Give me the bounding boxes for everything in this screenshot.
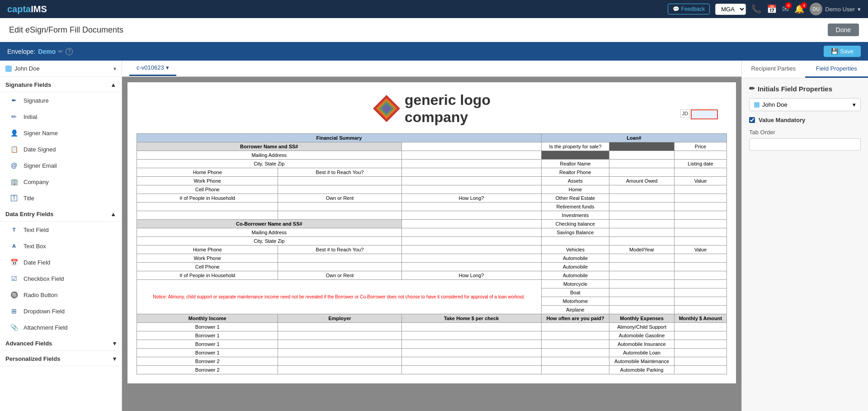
table-cell: City, State Zip bbox=[137, 236, 402, 245]
table-row: Automobile Gasoline bbox=[609, 331, 674, 340]
table-cell bbox=[674, 279, 726, 288]
table-cell: Co-Borrower Name and SS# bbox=[137, 219, 402, 228]
table-row bbox=[541, 340, 609, 348]
value-mandatory-checkbox[interactable] bbox=[749, 117, 755, 123]
user-menu-button[interactable]: DU Demo User ▾ bbox=[810, 3, 861, 15]
table-cell bbox=[674, 202, 726, 211]
field-label-date-field: Date Field bbox=[24, 259, 50, 266]
logo-line1: generic logo bbox=[405, 91, 491, 109]
table-cell: How Long? bbox=[401, 194, 541, 202]
sidebar-item-title[interactable]: 🅃 Title bbox=[0, 190, 122, 206]
sidebar-item-initial[interactable]: ✏ Initial bbox=[0, 109, 122, 125]
phone-icon[interactable]: 📞 bbox=[751, 4, 761, 14]
bell-icon[interactable]: 🔔 4 bbox=[794, 4, 804, 14]
table-cell: Work Phone bbox=[137, 254, 278, 262]
sidebar-item-date-field[interactable]: 📅 Date Field bbox=[0, 254, 122, 270]
tab-order-input[interactable] bbox=[749, 138, 861, 151]
user-color-dot bbox=[5, 66, 12, 72]
sidebar-item-signature[interactable]: ✒ Signature bbox=[0, 92, 122, 109]
table-row bbox=[401, 357, 541, 365]
table-cell: Value bbox=[674, 245, 726, 254]
document-tabs: c-v010623 ▾ bbox=[122, 61, 741, 77]
sidebar-user-row[interactable]: John Doe ▾ bbox=[0, 61, 122, 77]
help-icon[interactable]: ? bbox=[66, 48, 73, 55]
sidebar-item-company[interactable]: 🏢 Company bbox=[0, 174, 122, 190]
sidebar-item-radio-button[interactable]: 🔘 Radio Button bbox=[0, 287, 122, 303]
table-cell: Automobile bbox=[541, 271, 609, 279]
table-cell bbox=[541, 151, 609, 159]
table-cell bbox=[278, 254, 401, 262]
table-cell bbox=[609, 194, 674, 202]
field-label-signer-name: Signer Name bbox=[24, 130, 58, 137]
advanced-fields-section[interactable]: Advanced Fields ▾ bbox=[0, 335, 122, 351]
mga-select[interactable]: MGA bbox=[715, 4, 746, 15]
save-button[interactable]: 💾 Save bbox=[824, 46, 861, 57]
field-label-dropdown-field: Dropdown Field bbox=[24, 308, 65, 315]
table-cell: Boat bbox=[541, 288, 609, 297]
document-tab-dropdown-icon[interactable]: ▾ bbox=[166, 64, 169, 71]
user-dropdown[interactable]: John Doe ▾ bbox=[749, 98, 861, 111]
value-mandatory-label: Value Mandatory bbox=[759, 117, 805, 123]
sidebar-item-attachment-field[interactable]: 📎 Attachment Field bbox=[0, 319, 122, 335]
table-cell bbox=[609, 297, 674, 305]
document-tab[interactable]: c-v010623 ▾ bbox=[129, 61, 176, 76]
email-icon[interactable]: ✉ 6 bbox=[782, 4, 789, 14]
sidebar-item-text-field[interactable]: T Text Field bbox=[0, 222, 122, 238]
avatar: DU bbox=[810, 3, 822, 15]
field-properties-panel: ✏ Initials Field Properties John Doe ▾ V… bbox=[742, 78, 868, 157]
table-cell bbox=[609, 211, 674, 219]
field-label-title: Title bbox=[24, 195, 34, 202]
sidebar-item-text-box[interactable]: A Text Box bbox=[0, 238, 122, 254]
feedback-button[interactable]: 💬 Feedback bbox=[668, 4, 710, 14]
sidebar-item-signer-name[interactable]: 👤 Signer Name bbox=[0, 125, 122, 141]
user-dropdown-chevron-icon: ▾ bbox=[853, 101, 856, 108]
table-cell bbox=[278, 202, 401, 211]
sidebar-item-date-signed[interactable]: 📋 Date Signed bbox=[0, 141, 122, 157]
initials-overlay[interactable] bbox=[691, 109, 718, 119]
company-icon: 🏢 bbox=[9, 177, 19, 187]
signature-fields-section[interactable]: Signature Fields ▲ bbox=[0, 77, 122, 92]
table-cell: Realtor Name bbox=[541, 159, 609, 168]
table-cell: Motorcycle bbox=[541, 279, 609, 288]
data-entry-section[interactable]: Data Entry Fields ▲ bbox=[0, 206, 122, 222]
table-cell bbox=[401, 202, 541, 211]
field-label-company: Company bbox=[24, 179, 49, 185]
table-cell: Monthly Income bbox=[137, 314, 278, 322]
data-entry-label: Data Entry Fields bbox=[5, 211, 53, 217]
table-cell bbox=[674, 168, 726, 176]
value-mandatory-row: Value Mandatory bbox=[749, 117, 861, 123]
logo-suffix: IMS bbox=[31, 4, 47, 14]
sidebar-item-signer-email[interactable]: @ Signer Email bbox=[0, 157, 122, 174]
table-cell bbox=[401, 245, 541, 254]
table-row bbox=[674, 331, 726, 340]
table-row: Borrower 1 bbox=[137, 331, 278, 340]
table-row: Borrower 1 bbox=[137, 322, 278, 331]
table-cell bbox=[278, 262, 401, 271]
document-content[interactable]: JD generic logo company bbox=[122, 77, 741, 411]
calendar-icon[interactable]: 📅 bbox=[767, 4, 777, 14]
done-button[interactable]: Done bbox=[828, 24, 859, 36]
page-title: Edit eSign/Form Fill Documents bbox=[9, 25, 123, 35]
tab-field-properties[interactable]: Field Properties bbox=[805, 61, 868, 78]
table-cell: Vehicles bbox=[541, 245, 609, 254]
table-cell bbox=[137, 202, 278, 211]
table-cell: Borrower Name and SS# bbox=[137, 142, 402, 151]
table-cell bbox=[609, 271, 674, 279]
table-cell: Checking balance bbox=[541, 219, 609, 228]
advanced-chevron-icon: ▾ bbox=[113, 340, 116, 347]
edit-envelope-icon[interactable]: ✏ bbox=[58, 48, 63, 55]
table-cell: Take Home $ per check bbox=[401, 314, 541, 322]
signature-fields-label: Signature Fields bbox=[5, 81, 51, 88]
table-row bbox=[278, 340, 401, 348]
panel-title-text: Initials Field Properties bbox=[758, 85, 832, 93]
table-cell: Model/Year bbox=[609, 245, 674, 254]
sidebar-user-name: John Doe bbox=[14, 65, 40, 72]
table-cell: # of People in Household bbox=[137, 194, 278, 202]
sidebar-item-dropdown-field[interactable]: ⊞ Dropdown Field bbox=[0, 303, 122, 319]
table-cell bbox=[609, 236, 674, 245]
personalized-fields-section[interactable]: Personalized Fields ▾ bbox=[0, 351, 122, 366]
sidebar-item-checkbox-field[interactable]: ☑ Checkbox Field bbox=[0, 270, 122, 287]
signer-name-icon: 👤 bbox=[9, 128, 19, 138]
table-header-loan: Loan# bbox=[541, 133, 726, 142]
tab-recipient-parties[interactable]: Recipient Parties bbox=[742, 61, 805, 78]
